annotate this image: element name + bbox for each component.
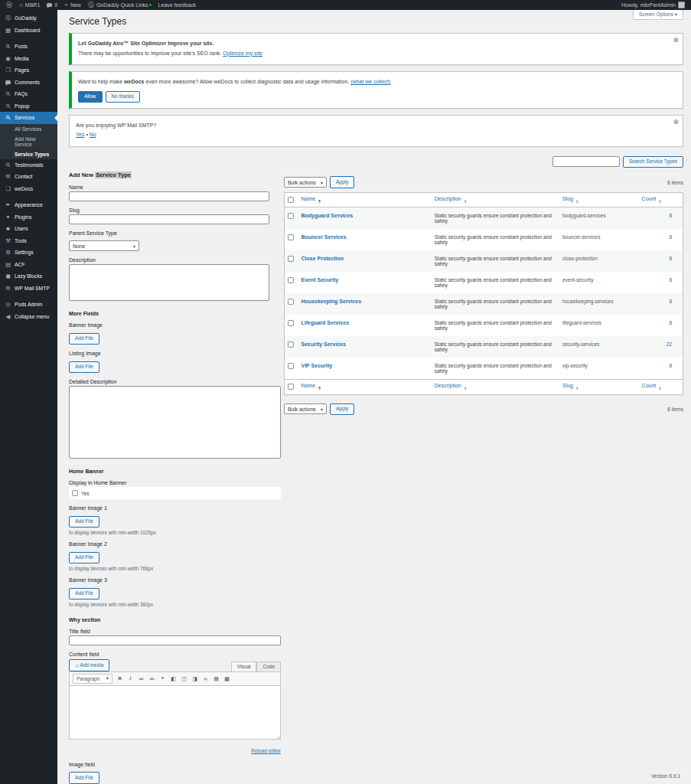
term-name-link[interactable]: Bouncer Services (301, 234, 346, 240)
title-field-input[interactable] (69, 635, 281, 645)
count-link[interactable]: 8 (669, 363, 672, 368)
sidebar-item-testimonials[interactable]: ⚲Testimonials (0, 159, 57, 172)
row-checkbox[interactable] (288, 341, 294, 348)
yes-checkbox[interactable] (72, 490, 78, 496)
sidebar-item-comments[interactable]: Comments (0, 77, 57, 89)
more-tag-icon[interactable]: ▤ (213, 676, 220, 681)
column-header-name[interactable]: Name▲▼ (298, 380, 431, 394)
term-name-link[interactable]: Security Services (301, 341, 345, 347)
row-checkbox[interactable] (288, 363, 294, 369)
add-media-button[interactable]: ♫ Add media (69, 659, 109, 671)
sidebar-item-media[interactable]: ◉Media (0, 53, 57, 65)
paragraph-format-select[interactable]: Paragraph ▾ (73, 674, 112, 684)
sidebar-item-dashboard[interactable]: ▦Dashboard (0, 24, 57, 37)
banner-image-3-add-file-button[interactable]: Add File (69, 588, 99, 599)
what-we-collect-link[interactable]: (what we collect) (350, 79, 390, 84)
tab-code[interactable]: Code (256, 662, 281, 671)
sidebar-item-acf[interactable]: ▤ACF (0, 259, 57, 271)
banner-image-add-file-button[interactable]: Add File (69, 333, 99, 345)
listing-image-add-file-button[interactable]: Add File (69, 361, 99, 373)
account-menu[interactable]: Howdy, mbrPentAdmin (621, 2, 685, 8)
banner-image-2-add-file-button[interactable]: Add File (69, 552, 99, 564)
row-checkbox[interactable] (288, 234, 294, 240)
site-name-menu[interactable]: ⌂ MBR1 (19, 2, 40, 8)
description-textarea[interactable] (69, 264, 269, 301)
sidebar-item-settings[interactable]: ⚙Settings (0, 247, 57, 259)
bullet-list-icon[interactable]: ≔ (138, 676, 145, 681)
term-name-link[interactable]: Lifeguard Services (301, 320, 349, 325)
sidebar-item-plugins[interactable]: ✦Plugins (0, 211, 57, 224)
numbered-list-icon[interactable]: ≕ (148, 676, 155, 681)
term-name-link[interactable]: Event Security (301, 277, 338, 283)
name-input[interactable] (69, 191, 269, 201)
sidebar-item-tools[interactable]: ⚒Tools (0, 235, 57, 247)
count-link[interactable]: 8 (669, 299, 672, 304)
banner-image-1-add-file-button[interactable]: Add File (69, 516, 99, 528)
sidebar-item-users[interactable]: ☻Users (0, 223, 57, 235)
count-link[interactable]: 8 (669, 213, 672, 218)
count-link[interactable]: 8 (669, 277, 672, 283)
slug-input[interactable] (69, 214, 269, 224)
godaddy-quick-links-menu[interactable]: Ⓖ GoDaddy Quick Links (88, 2, 152, 8)
bold-icon[interactable]: B (116, 676, 123, 681)
reload-editor-link[interactable]: Reload editor (251, 748, 281, 753)
italic-icon[interactable]: I (127, 676, 134, 681)
bulk-actions-select[interactable]: Bulk actions ▾ (284, 177, 327, 188)
column-header-count[interactable]: Count▲▼ (639, 192, 683, 207)
sidebar-subitem-all-services[interactable]: All Services (0, 124, 57, 134)
row-checkbox[interactable] (288, 277, 294, 283)
sidebar-item-popup[interactable]: ⚲Popup (0, 100, 57, 113)
term-name-link[interactable]: Bodyguard Services (301, 213, 353, 218)
leave-feedback-link[interactable]: Leave feedback (158, 2, 196, 8)
yes-link[interactable]: Yes (76, 132, 84, 137)
no-thanks-button[interactable]: No thanks (106, 91, 140, 103)
row-checkbox[interactable] (288, 320, 294, 326)
bulk-actions-select[interactable]: Bulk actions ▾ (284, 403, 327, 414)
sidebar-item-collapse-menu[interactable]: ◀Collapse menu (0, 311, 57, 323)
parent-select[interactable]: None ▾ (69, 240, 139, 251)
toolbar-toggle-icon[interactable]: ▩ (223, 676, 230, 681)
sidebar-item-contact[interactable]: ✉Contact (0, 171, 57, 183)
sidebar-subitem-add-new-service[interactable]: Add New Service (0, 134, 57, 149)
align-center-icon[interactable]: ◫ (181, 676, 187, 681)
sidebar-item-wp-mail-smtp[interactable]: ✉WP Mail SMTP (0, 283, 57, 295)
sidebar-item-pages[interactable]: ❐Pages (0, 64, 57, 77)
search-input[interactable] (552, 156, 620, 167)
sidebar-item-services[interactable]: ⚲Services (0, 112, 57, 124)
count-link[interactable]: 8 (669, 320, 672, 325)
new-content-menu[interactable]: + New (64, 2, 81, 8)
term-name-link[interactable]: Housekeeping Services (301, 299, 361, 304)
sidebar-item-posts[interactable]: ⚲Posts (0, 41, 57, 53)
column-header-count[interactable]: Count▲▼ (639, 380, 683, 394)
apply-button[interactable]: Apply (330, 403, 354, 415)
apply-button[interactable]: Apply (330, 176, 354, 188)
row-checkbox[interactable] (288, 299, 294, 305)
sidebar-subitem-service-types[interactable]: Service Types (0, 149, 57, 159)
comments-menu[interactable]: 0 (47, 2, 57, 8)
allow-button[interactable]: Allow (78, 91, 103, 103)
count-link[interactable]: 8 (669, 234, 672, 240)
no-link[interactable]: No (90, 132, 96, 137)
column-header-slug[interactable]: Slug▲▼ (559, 380, 639, 394)
sidebar-item-faqs[interactable]: ⚲FAQs (0, 88, 57, 100)
dismiss-icon[interactable]: ⊗ (673, 119, 679, 126)
sidebar-item-pods-admin[interactable]: ◎Pods Admin (0, 299, 57, 311)
select-all-checkbox[interactable] (288, 197, 294, 203)
count-link[interactable]: 22 (667, 341, 672, 347)
column-header-description[interactable]: Description▲▼ (432, 192, 559, 207)
column-header-slug[interactable]: Slug▲▼ (559, 192, 639, 207)
link-icon[interactable]: ∞ (202, 676, 209, 681)
search-service-types-button[interactable]: Search Service Types (623, 156, 683, 168)
row-checkbox[interactable] (288, 256, 294, 262)
wordpress-menu[interactable]: Ⓦ (6, 2, 12, 8)
sidebar-item-wedocs[interactable]: ❏weDocs (0, 183, 57, 195)
screen-options-button[interactable]: Screen Options ▾ (633, 10, 683, 20)
select-all-checkbox[interactable] (288, 384, 294, 390)
blockquote-icon[interactable]: ❝ (159, 676, 166, 681)
count-link[interactable]: 8 (669, 256, 672, 261)
column-header-description[interactable]: Description▲▼ (432, 380, 559, 394)
sidebar-item-lazy-blocks[interactable]: ◼Lazy Blocks (0, 270, 57, 283)
align-left-icon[interactable]: ◧ (170, 676, 177, 681)
term-name-link[interactable]: VIP Security (301, 363, 332, 368)
term-name-link[interactable]: Close Protection (301, 256, 344, 261)
